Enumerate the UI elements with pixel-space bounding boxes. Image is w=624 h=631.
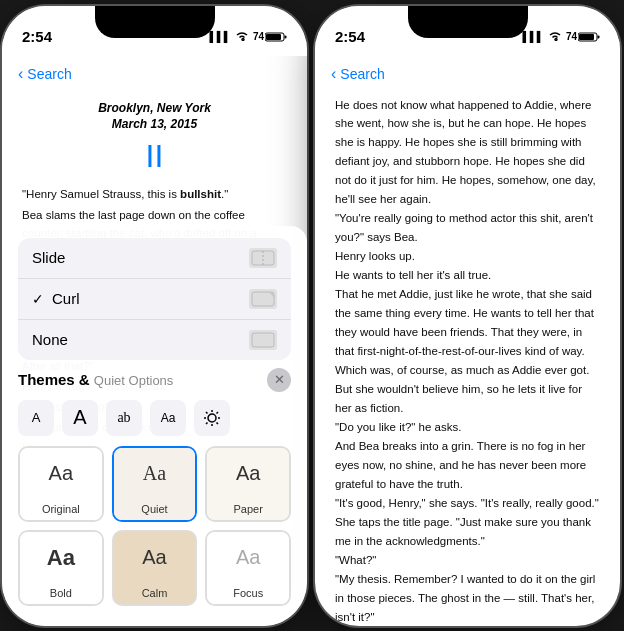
theme-original[interactable]: Aa Original (18, 446, 104, 522)
chevron-left-icon: ‹ (18, 65, 23, 83)
signal-icon: ▌▌▌ (210, 31, 231, 42)
right-book-content: He does not know what happened to Addie,… (315, 92, 620, 622)
svg-rect-1 (285, 35, 287, 38)
left-status-icons: ▌▌▌ 74 (210, 31, 287, 43)
svg-rect-5 (252, 292, 274, 306)
svg-rect-2 (266, 34, 281, 40)
theme-bold-aa: Aa (47, 545, 75, 571)
theme-paper[interactable]: Aa Paper (205, 446, 291, 522)
none-label-wrap: None (32, 331, 68, 348)
right-notch (408, 6, 528, 38)
transition-none[interactable]: None (18, 320, 291, 360)
right-phone: 2:54 ▌▌▌ 74 ‹ Search He does not know wh… (315, 6, 620, 626)
curl-label-wrap: ✓ Curl (32, 290, 80, 307)
theme-quiet[interactable]: Aa Quiet (112, 446, 198, 522)
theme-original-aa: Aa (49, 462, 73, 485)
theme-focus-box: Aa (207, 532, 289, 584)
none-icon (249, 330, 277, 350)
theme-calm-box: Aa (114, 532, 196, 584)
right-para-2: "You're really going to method actor thi… (335, 209, 600, 247)
brightness-button[interactable] (194, 400, 230, 436)
theme-paper-name: Paper (207, 500, 289, 520)
theme-quiet-aa: Aa (143, 462, 166, 485)
right-para-3: Henry looks up. (335, 247, 600, 266)
theme-focus[interactable]: Aa Focus (205, 530, 291, 606)
right-signal-icon: ▌▌▌ (523, 31, 544, 42)
right-back-button[interactable]: ‹ Search (331, 65, 385, 83)
theme-paper-box: Aa (207, 448, 289, 500)
right-wifi-icon (548, 31, 562, 43)
theme-paper-aa: Aa (236, 462, 260, 485)
right-para-5: That he met Addie, just like he wrote, t… (335, 285, 600, 380)
close-button[interactable]: ✕ (267, 368, 291, 392)
theme-bold-box: Aa (20, 532, 102, 584)
right-para-1: He does not know what happened to Addie,… (335, 96, 600, 210)
theme-calm-name: Calm (114, 584, 196, 604)
theme-original-box: Aa (20, 448, 102, 500)
theme-grid: Aa Original Aa Quiet Aa Paper Aa Bold Aa (18, 446, 291, 606)
svg-rect-3 (252, 251, 274, 265)
transition-menu: Slide ✓ Curl N (18, 238, 291, 360)
theme-calm-aa: Aa (142, 546, 166, 569)
svg-rect-9 (598, 35, 600, 38)
font-style-button[interactable]: ab (106, 400, 142, 436)
theme-focus-name: Focus (207, 584, 289, 604)
slide-label-wrap: Slide (32, 249, 65, 266)
theme-quiet-box: Aa (114, 448, 196, 500)
chapter-number: II (22, 137, 287, 175)
themes-header: Themes & Quiet Options ✕ (18, 368, 291, 392)
svg-rect-6 (252, 333, 274, 347)
right-para-10: "What?" (335, 551, 600, 570)
curl-icon (249, 289, 277, 309)
left-back-button[interactable]: ‹ Search (18, 65, 72, 83)
theme-bold-name: Bold (20, 584, 102, 604)
right-time: 2:54 (335, 28, 365, 45)
font-decrease-button[interactable]: A (18, 400, 54, 436)
para-1: "Henry Samuel Strauss, this is bullshit.… (22, 185, 287, 203)
font-controls: A A ab Aa (18, 400, 291, 436)
theme-calm[interactable]: Aa Calm (112, 530, 198, 606)
right-battery-icon: 74 (566, 31, 600, 42)
slide-label: Slide (32, 249, 65, 266)
right-para-4: He wants to tell her it's all true. (335, 266, 600, 285)
theme-quiet-name: Quiet (114, 500, 196, 520)
curl-label: Curl (52, 290, 80, 307)
right-chevron-left-icon: ‹ (331, 65, 336, 83)
none-label: None (32, 331, 68, 348)
left-phone: 2:54 ▌▌▌ 74 ‹ Search Brooklyn, New YorkM… (2, 6, 307, 626)
left-back-label: Search (27, 66, 71, 82)
left-time: 2:54 (22, 28, 52, 45)
font-option-button[interactable]: Aa (150, 400, 186, 436)
right-para-7: "Do you like it?" he asks. (335, 418, 600, 437)
right-status-icons: ▌▌▌ 74 (523, 31, 600, 43)
battery-icon: 74 (253, 31, 287, 42)
checkmark-icon: ✓ (32, 291, 44, 307)
font-increase-button[interactable]: A (62, 400, 98, 436)
book-location: Brooklyn, New YorkMarch 13, 2015 (22, 100, 287, 134)
right-para-9: "It's good, Henry," she says. "It's real… (335, 494, 600, 551)
svg-rect-10 (579, 34, 594, 40)
app-container: 2:54 ▌▌▌ 74 ‹ Search Brooklyn, New YorkM… (2, 6, 622, 626)
theme-original-name: Original (20, 500, 102, 520)
theme-focus-aa: Aa (236, 546, 260, 569)
right-para-8: And Bea breaks into a grin. There is no … (335, 437, 600, 494)
overlay-panel: Slide ✓ Curl N (2, 226, 307, 626)
left-nav-bar: ‹ Search (2, 56, 307, 92)
wifi-icon (235, 31, 249, 43)
slide-icon (249, 248, 277, 268)
book-header: Brooklyn, New YorkMarch 13, 2015 II (22, 100, 287, 176)
transition-slide[interactable]: Slide (18, 238, 291, 279)
themes-title: Themes & Quiet Options (18, 371, 173, 388)
right-back-label: Search (340, 66, 384, 82)
notch (95, 6, 215, 38)
right-nav-bar: ‹ Search (315, 56, 620, 92)
page-number: 524 (315, 622, 620, 626)
svg-point-7 (208, 414, 216, 422)
right-para-11: "My thesis. Remember? I wanted to do it … (335, 570, 600, 622)
right-para-6: But she wouldn't believe him, so he lets… (335, 380, 600, 418)
transition-curl[interactable]: ✓ Curl (18, 279, 291, 320)
theme-bold[interactable]: Aa Bold (18, 530, 104, 606)
